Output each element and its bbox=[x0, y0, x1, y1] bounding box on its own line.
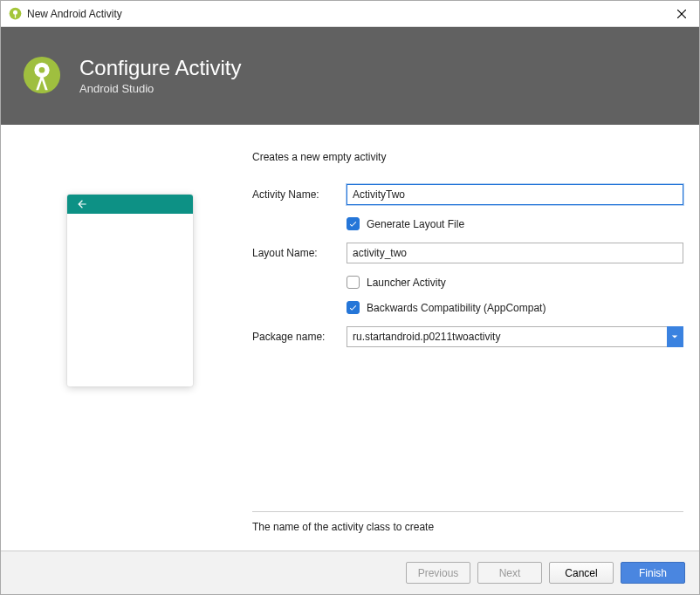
layout-name-label: Layout Name: bbox=[252, 247, 347, 259]
next-button[interactable]: Next bbox=[477, 562, 542, 584]
finish-button[interactable]: Finish bbox=[621, 562, 685, 584]
chevron-down-icon bbox=[671, 333, 678, 340]
package-name-dropdown-button[interactable] bbox=[667, 326, 683, 347]
activity-name-label: Activity Name: bbox=[252, 188, 347, 201]
generate-layout-row: Generate Layout File bbox=[252, 217, 683, 230]
page-subtitle: Android Studio bbox=[79, 82, 241, 95]
close-icon bbox=[677, 10, 686, 18]
package-name-row: Package name: bbox=[252, 326, 683, 347]
hint-separator bbox=[252, 511, 683, 512]
activity-name-input[interactable] bbox=[347, 184, 683, 205]
backcompat-label: Backwards Compatibility (AppCompat) bbox=[367, 302, 546, 314]
back-arrow-icon bbox=[76, 198, 88, 210]
header-banner: Configure Activity Android Studio bbox=[1, 27, 699, 125]
layout-name-row: Layout Name: bbox=[252, 243, 683, 263]
titlebar: New Android Activity bbox=[1, 1, 699, 27]
svg-point-1 bbox=[13, 10, 17, 15]
svg-point-7 bbox=[39, 67, 45, 73]
backcompat-row: Backwards Compatibility (AppCompat) bbox=[252, 301, 683, 314]
page-title: Configure Activity bbox=[79, 56, 241, 80]
launcher-row: Launcher Activity bbox=[252, 276, 683, 289]
previous-button[interactable]: Previous bbox=[406, 562, 470, 584]
cancel-button[interactable]: Cancel bbox=[549, 562, 614, 584]
form-description: Creates a new empty activity bbox=[252, 151, 683, 163]
launcher-label: Launcher Activity bbox=[367, 277, 446, 289]
generate-layout-checkbox[interactable] bbox=[347, 217, 360, 230]
launcher-checkbox[interactable] bbox=[347, 276, 360, 289]
android-studio-logo bbox=[22, 55, 62, 95]
form-column: Creates a new empty activity Activity Na… bbox=[252, 151, 683, 542]
backcompat-checkbox[interactable] bbox=[347, 301, 360, 314]
activity-name-row: Activity Name: bbox=[252, 184, 683, 205]
hint-text: The name of the activity class to create bbox=[252, 521, 683, 542]
android-studio-icon bbox=[8, 7, 22, 21]
preview-column bbox=[17, 151, 244, 542]
check-icon bbox=[348, 219, 358, 229]
package-name-combo[interactable] bbox=[347, 326, 667, 347]
svg-rect-2 bbox=[14, 14, 15, 17]
generate-layout-label: Generate Layout File bbox=[367, 218, 464, 230]
check-icon bbox=[348, 303, 358, 312]
footer: Previous Next Cancel Finish bbox=[1, 551, 699, 594]
window-title: New Android Activity bbox=[27, 8, 664, 20]
phone-preview bbox=[67, 195, 193, 386]
package-name-label: Package name: bbox=[252, 331, 347, 343]
layout-name-input[interactable] bbox=[347, 243, 683, 263]
phone-preview-topbar bbox=[67, 195, 193, 214]
content-area: Creates a new empty activity Activity Na… bbox=[1, 125, 699, 551]
close-button[interactable] bbox=[664, 1, 699, 27]
